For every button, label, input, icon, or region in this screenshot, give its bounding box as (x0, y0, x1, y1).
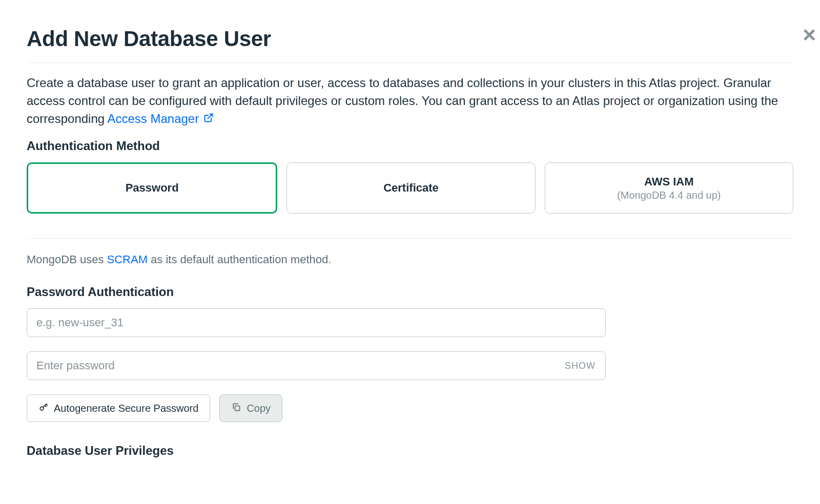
key-icon (38, 402, 49, 415)
username-input[interactable] (27, 308, 606, 337)
access-manager-link-text: Access Manager (107, 112, 199, 125)
password-auth-heading: Password Authentication (27, 285, 793, 299)
scram-pre: MongoDB uses (27, 253, 107, 266)
scram-info: MongoDB uses SCRAM as its default authen… (27, 253, 793, 266)
modal-title: Add New Database User (27, 27, 793, 51)
svg-rect-2 (235, 406, 240, 410)
add-db-user-modal: × Add New Database User Create a databas… (0, 27, 820, 504)
scram-link[interactable]: SCRAM (107, 253, 148, 266)
access-manager-link[interactable]: Access Manager (107, 112, 213, 125)
password-input[interactable] (27, 351, 606, 380)
divider (27, 238, 793, 239)
modal-description: Create a database user to grant an appli… (27, 74, 793, 128)
external-link-icon (203, 110, 214, 128)
auth-method-aws-iam[interactable]: AWS IAM (MongoDB 4.4 and up) (545, 162, 793, 214)
copy-label: Copy (247, 403, 271, 414)
auth-method-sublabel: (MongoDB 4.4 and up) (617, 190, 721, 201)
autogen-password-button[interactable]: Autogenerate Secure Password (27, 394, 210, 422)
scram-post: as its default authentication method. (148, 253, 331, 266)
password-buttons-row: Autogenerate Secure Password Copy (27, 394, 793, 422)
show-password-button[interactable]: SHOW (565, 361, 596, 371)
copy-icon (231, 402, 241, 415)
auth-method-label: AWS IAM (644, 175, 694, 188)
auth-method-label: Password (126, 181, 179, 195)
password-field-wrap: SHOW (27, 351, 606, 380)
divider (27, 62, 793, 63)
auth-method-group: Password Certificate AWS IAM (MongoDB 4.… (27, 162, 793, 214)
svg-line-0 (208, 114, 212, 118)
autogen-label: Autogenerate Secure Password (54, 403, 198, 414)
auth-method-label: Certificate (383, 181, 439, 195)
username-field-wrap (27, 308, 606, 337)
auth-method-certificate[interactable]: Certificate (286, 162, 535, 214)
db-privileges-heading: Database User Privileges (27, 444, 793, 458)
auth-method-password[interactable]: Password (27, 162, 277, 214)
close-button[interactable]: × (803, 24, 816, 46)
copy-button[interactable]: Copy (219, 394, 282, 422)
auth-method-heading: Authentication Method (27, 139, 793, 153)
